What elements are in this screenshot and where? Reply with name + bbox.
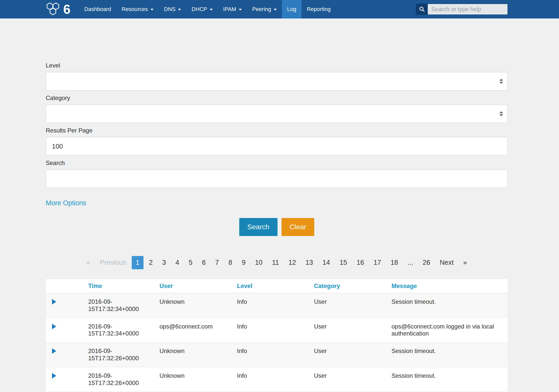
chevron-down-icon: [150, 9, 154, 10]
category-field: Category: [46, 94, 508, 123]
page-5[interactable]: 5: [185, 256, 196, 269]
page-8[interactable]: 8: [224, 256, 236, 269]
top-navbar: 6 Dashboard Resources DNS DHCP IPAM Peer…: [0, 0, 559, 18]
category-label: Category: [46, 94, 508, 102]
page-1[interactable]: 1: [132, 256, 144, 269]
page-18[interactable]: 18: [386, 256, 402, 269]
col-header-user[interactable]: User: [160, 279, 237, 293]
clear-button[interactable]: Clear: [282, 218, 314, 236]
table-header-row: Time User Level Category Message: [46, 279, 508, 293]
nav-label: Log: [287, 6, 296, 12]
search-button[interactable]: Search: [239, 218, 278, 236]
table-row: 2016-09-15T17:32:34+0000 ops@6connect.co…: [46, 318, 508, 342]
category-select[interactable]: [46, 104, 508, 123]
expand-row-icon[interactable]: [52, 373, 56, 378]
cell-time: 2016-09-15T17:32:34+0000: [88, 318, 160, 342]
select-spinner-icon: [500, 111, 503, 116]
cell-user: Unknown: [160, 367, 237, 392]
pagination: « Previous 1 2 3 4 5 6 7 8 9 10 11 12 13…: [46, 256, 508, 269]
nav-item-ipam[interactable]: IPAM: [218, 0, 247, 18]
chevron-down-icon: [274, 9, 277, 10]
cell-user: ops@6connect.com: [160, 318, 237, 342]
level-select[interactable]: [46, 72, 508, 90]
main-menu: Dashboard Resources DNS DHCP IPAM Peerin…: [79, 0, 336, 18]
page-6[interactable]: 6: [198, 256, 210, 269]
global-search-input[interactable]: [428, 4, 508, 14]
cell-time: 2016-09-15T17:32:34+0000: [88, 293, 160, 318]
page-15[interactable]: 15: [336, 256, 351, 269]
page-4[interactable]: 4: [172, 256, 183, 269]
nav-item-peering[interactable]: Peering: [247, 0, 282, 18]
search-icon[interactable]: [416, 4, 428, 14]
col-header-message[interactable]: Message: [392, 279, 508, 293]
nav-label: Reporting: [307, 6, 330, 12]
cell-category: User: [314, 318, 392, 342]
page-12[interactable]: 12: [284, 256, 300, 269]
cell-level: Info: [237, 318, 314, 342]
nav-item-log[interactable]: Log: [282, 0, 302, 18]
nav-item-resources[interactable]: Resources: [116, 0, 159, 18]
chevron-down-icon: [210, 9, 213, 10]
expand-row-icon[interactable]: [52, 299, 56, 304]
results-per-page-field: Results Per Page: [46, 127, 508, 156]
nav-label: Resources: [122, 6, 148, 12]
cell-level: Info: [237, 293, 314, 318]
cell-category: User: [314, 293, 392, 318]
page-17[interactable]: 17: [370, 256, 385, 269]
page-11[interactable]: 11: [268, 256, 283, 269]
page-7[interactable]: 7: [211, 256, 223, 269]
col-header-expand: [46, 279, 88, 293]
cell-level: Info: [237, 367, 314, 392]
cell-message: Session timeout.: [392, 293, 508, 318]
nav-item-dashboard[interactable]: Dashboard: [79, 0, 116, 18]
global-search: [416, 4, 508, 15]
page-9[interactable]: 9: [238, 256, 250, 269]
col-header-time[interactable]: Time: [88, 279, 160, 293]
page-26[interactable]: 26: [419, 256, 434, 269]
page-14[interactable]: 14: [318, 256, 334, 269]
col-header-category[interactable]: Category: [314, 279, 392, 293]
nav-item-reporting[interactable]: Reporting: [302, 0, 336, 18]
next-arrow[interactable]: »: [459, 256, 471, 269]
nav-label: IPAM: [223, 6, 236, 12]
level-select-value: [46, 72, 508, 77]
nav-item-dhcp[interactable]: DHCP: [186, 0, 218, 18]
table-row: 2016-09-15T17:32:26+0000 Unknown Info Us…: [46, 342, 508, 367]
log-table: Time User Level Category Message 2016-09…: [46, 279, 508, 392]
prev-button: Previous: [96, 256, 130, 269]
prev-arrow: «: [83, 256, 94, 269]
results-per-page-label: Results Per Page: [46, 127, 508, 134]
page-13[interactable]: 13: [302, 256, 317, 269]
cell-time: 2016-09-15T17:32:26+0000: [88, 367, 160, 392]
page-2[interactable]: 2: [145, 256, 157, 269]
nav-item-dns[interactable]: DNS: [159, 0, 186, 18]
page-16[interactable]: 16: [352, 256, 368, 269]
cell-level: Info: [237, 342, 314, 367]
log-page: Level Category Results Per Page Search M…: [46, 18, 508, 392]
level-label: Level: [46, 62, 508, 69]
expand-row-icon[interactable]: [52, 324, 56, 329]
6connect-logo[interactable]: 6: [46, 0, 70, 18]
select-spinner-icon: [500, 79, 503, 84]
search-filter-input[interactable]: [46, 170, 508, 188]
page-ellipsis: ...: [404, 256, 417, 269]
filter-actions: Search Clear: [46, 218, 508, 236]
cell-category: User: [314, 342, 392, 367]
page-10[interactable]: 10: [251, 256, 266, 269]
search-label: Search: [46, 160, 508, 166]
hexagons-icon: [46, 2, 62, 16]
more-options-link[interactable]: More Options: [46, 199, 86, 207]
cell-user: Unknown: [160, 342, 237, 367]
table-row: 2016-09-15T17:32:26+0000 Unknown Info Us…: [46, 367, 508, 392]
next-button[interactable]: Next: [436, 256, 458, 269]
col-header-level[interactable]: Level: [237, 279, 314, 293]
page-3[interactable]: 3: [158, 256, 170, 269]
chevron-down-icon: [178, 9, 181, 10]
results-per-page-input[interactable]: [46, 137, 508, 156]
nav-label: DNS: [164, 6, 176, 12]
cell-category: User: [314, 367, 392, 392]
expand-row-icon[interactable]: [52, 348, 56, 354]
logo-text: 6: [63, 3, 70, 16]
nav-label: Dashboard: [84, 6, 111, 12]
cell-time: 2016-09-15T17:32:26+0000: [88, 342, 160, 367]
